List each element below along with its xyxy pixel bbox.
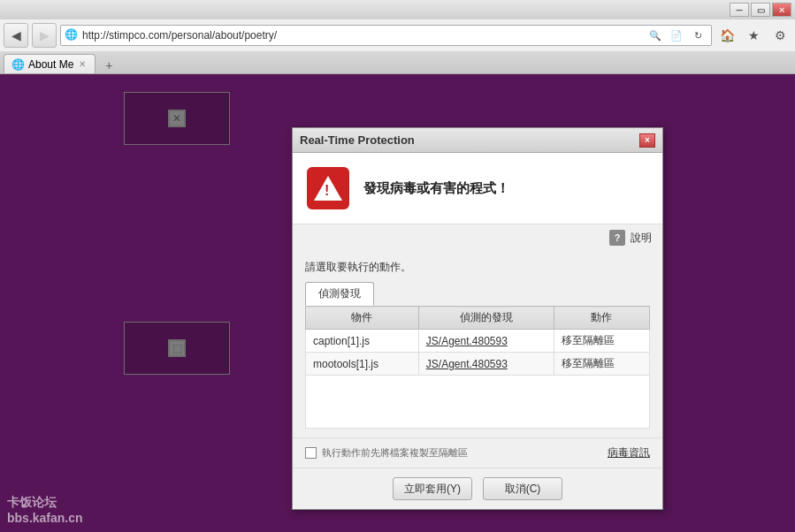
copy-checkbox[interactable] — [305, 447, 317, 459]
dialog-close-button[interactable]: × — [639, 133, 655, 148]
watermark: 卡饭论坛 bbs.kafan.cn — [7, 495, 83, 525]
page-icon[interactable]: 📄 — [667, 27, 686, 44]
detection-link-2[interactable]: JS/Agent.480593 — [418, 353, 554, 376]
detection-link-1[interactable]: JS/Agent.480593 — [418, 330, 554, 353]
favorites-button[interactable]: ★ — [742, 24, 765, 47]
dialog-message: 發現病毒或有害的程式！ — [363, 180, 509, 197]
help-icon[interactable]: ? — [609, 230, 625, 246]
watermark-line1: 卡饭论坛 — [7, 495, 83, 511]
toolbar-right: 🏠 ★ ⚙ — [715, 24, 791, 47]
active-tab[interactable]: 🌐 About Me ✕ — [4, 54, 96, 73]
col-header-action: 動作 — [554, 307, 649, 330]
realtime-protection-dialog: Real-Time Protection × 發現病毒或有害的程式！ ? 說明 … — [292, 127, 663, 510]
dialog-body: 請選取要執行的動作。 偵測發現 物件 偵測的發現 動作 caption[1].j… — [293, 251, 662, 437]
browser-chrome: ─ ▭ ✕ ◀ ▶ 🌐 http://stimpco.com/personal/… — [0, 0, 795, 74]
forward-button[interactable]: ▶ — [32, 23, 57, 48]
dialog-tabs: 偵測發現 — [305, 282, 650, 306]
detection-table: 物件 偵測的發現 動作 caption[1].js JS/Agent.48059… — [305, 306, 650, 429]
ie-icon: 🌐 — [65, 28, 79, 42]
tab-close-button[interactable]: ✕ — [77, 58, 88, 70]
watermark-line2: bbs.kafan.cn — [7, 511, 83, 525]
tab-favicon: 🌐 — [11, 58, 25, 71]
title-bar: ─ ▭ ✕ — [0, 0, 795, 19]
home-button[interactable]: 🏠 — [715, 24, 738, 47]
virus-info-link[interactable]: 病毒資訊 — [608, 445, 650, 460]
tools-button[interactable]: ⚙ — [768, 24, 791, 47]
warning-triangle — [314, 176, 342, 201]
browser-content: ✕ ⬚ Real-Time Protection × 發現病毒或有害的程式！ ?… — [0, 74, 795, 532]
tab-bar: 🌐 About Me ✕ + — [0, 51, 795, 74]
col-header-detection: 偵測的發現 — [418, 307, 554, 330]
object-cell-2: mootools[1].js — [306, 353, 419, 376]
col-header-object: 物件 — [306, 307, 419, 330]
detection-tab[interactable]: 偵測發現 — [305, 282, 374, 306]
restore-button[interactable]: ▭ — [751, 3, 770, 17]
object-cell-1: caption[1].js — [306, 330, 419, 353]
checkbox-label: 執行動作前先將檔案複製至隔離區 — [322, 446, 468, 460]
nav-bar: ◀ ▶ 🌐 http://stimpco.com/personal/about/… — [0, 19, 795, 51]
dialog-titlebar: Real-Time Protection × — [293, 128, 662, 153]
back-button[interactable]: ◀ — [4, 23, 28, 48]
address-text: http://stimpco.com/personal/about/poetry… — [82, 29, 642, 42]
dialog-header: 發現病毒或有害的程式！ — [293, 153, 662, 224]
minimize-button[interactable]: ─ — [730, 3, 749, 17]
dialog-help-row: ? 說明 — [293, 224, 662, 251]
table-row: mootools[1].js JS/Agent.480593 移至隔離區 — [306, 353, 650, 376]
checkbox-row: 執行動作前先將檔案複製至隔離區 病毒資訊 — [293, 437, 662, 467]
dialog-footer: 立即套用(Y) 取消(C) — [293, 467, 662, 509]
address-bar[interactable]: 🌐 http://stimpco.com/personal/about/poet… — [60, 25, 712, 46]
cancel-button[interactable]: 取消(C) — [483, 477, 562, 500]
warning-icon — [307, 167, 349, 209]
close-button[interactable]: ✕ — [772, 3, 791, 17]
action-cell-2: 移至隔離區 — [554, 353, 649, 376]
refresh-icon[interactable]: ↻ — [688, 27, 707, 44]
address-actions: 🔍 📄 ↻ — [646, 27, 707, 44]
table-row: caption[1].js JS/Agent.480593 移至隔離區 — [306, 330, 650, 353]
tab-title: About Me — [28, 58, 73, 71]
apply-button[interactable]: 立即套用(Y) — [393, 477, 472, 500]
action-cell-1: 移至隔離區 — [554, 330, 649, 353]
dialog-title: Real-Time Protection — [300, 133, 415, 147]
new-tab-button[interactable]: + — [99, 57, 118, 73]
action-prompt: 請選取要執行的動作。 — [305, 260, 650, 275]
help-label: 說明 — [631, 231, 652, 246]
empty-row — [306, 376, 650, 429]
search-icon[interactable]: 🔍 — [646, 27, 665, 44]
